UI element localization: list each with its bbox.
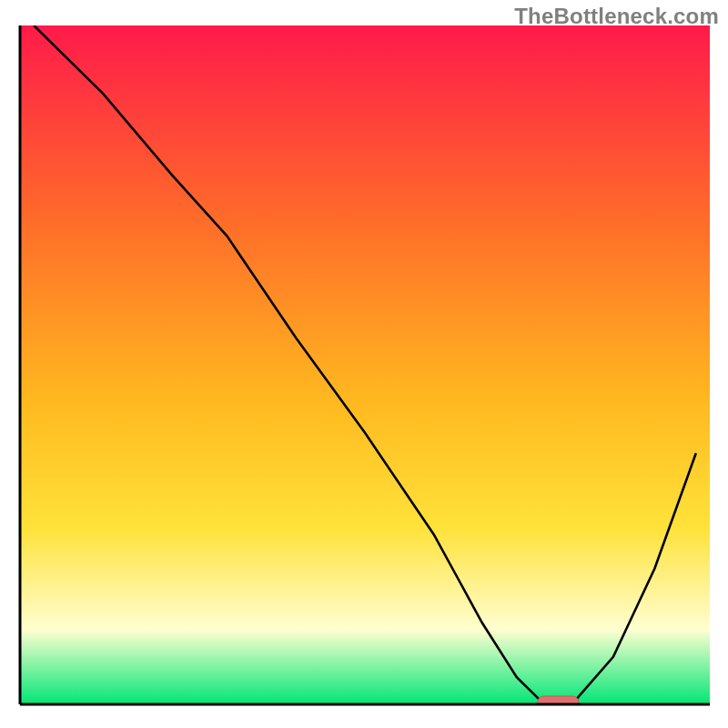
watermark-text: TheBottleneck.com xyxy=(514,4,719,29)
optimal-range-marker xyxy=(538,696,580,709)
bottleneck-chart xyxy=(0,0,728,728)
gradient-background xyxy=(20,25,710,704)
